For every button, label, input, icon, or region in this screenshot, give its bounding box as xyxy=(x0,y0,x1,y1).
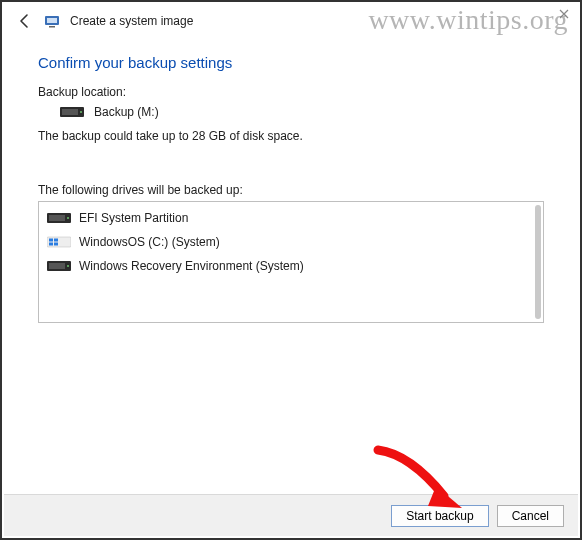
drive-name: Windows Recovery Environment (System) xyxy=(79,259,304,273)
backup-location-label: Backup location: xyxy=(38,85,544,99)
svg-rect-7 xyxy=(49,215,65,221)
drives-list: EFI System Partition WindowsOS (C:) (Sys… xyxy=(38,201,544,323)
hard-drive-icon xyxy=(60,106,84,118)
svg-rect-12 xyxy=(49,243,53,246)
section-title: Confirm your backup settings xyxy=(38,54,544,71)
wizard-footer: Start backup Cancel xyxy=(4,494,578,536)
close-button[interactable] xyxy=(556,6,572,22)
hard-drive-icon xyxy=(47,260,71,272)
start-backup-button[interactable]: Start backup xyxy=(391,505,488,527)
drive-name: WindowsOS (C:) (System) xyxy=(79,235,220,249)
cancel-button[interactable]: Cancel xyxy=(497,505,564,527)
svg-rect-10 xyxy=(49,239,53,242)
wizard-title: Create a system image xyxy=(70,14,193,28)
svg-rect-11 xyxy=(54,239,58,242)
system-image-icon xyxy=(44,13,60,29)
svg-rect-2 xyxy=(49,26,55,28)
back-button[interactable] xyxy=(16,12,34,30)
drives-list-label: The following drives will be backed up: xyxy=(38,183,544,197)
backup-location-row: Backup (M:) xyxy=(38,105,544,119)
svg-rect-1 xyxy=(47,18,57,23)
drive-name: EFI System Partition xyxy=(79,211,188,225)
estimated-size-text: The backup could take up to 28 GB of dis… xyxy=(38,129,544,143)
svg-rect-15 xyxy=(49,263,65,269)
svg-point-8 xyxy=(67,217,69,219)
wizard-content: Confirm your backup settings Backup loca… xyxy=(2,36,580,323)
windows-drive-icon xyxy=(47,236,71,248)
scrollbar[interactable] xyxy=(535,205,541,319)
list-item: Windows Recovery Environment (System) xyxy=(43,254,529,278)
hard-drive-icon xyxy=(47,212,71,224)
wizard-header: Create a system image xyxy=(2,2,580,36)
backup-location-name: Backup (M:) xyxy=(94,105,159,119)
svg-rect-13 xyxy=(54,243,58,246)
svg-point-5 xyxy=(80,111,82,113)
list-item: EFI System Partition xyxy=(43,206,529,230)
svg-rect-4 xyxy=(62,109,78,115)
list-item: WindowsOS (C:) (System) xyxy=(43,230,529,254)
svg-point-16 xyxy=(67,265,69,267)
